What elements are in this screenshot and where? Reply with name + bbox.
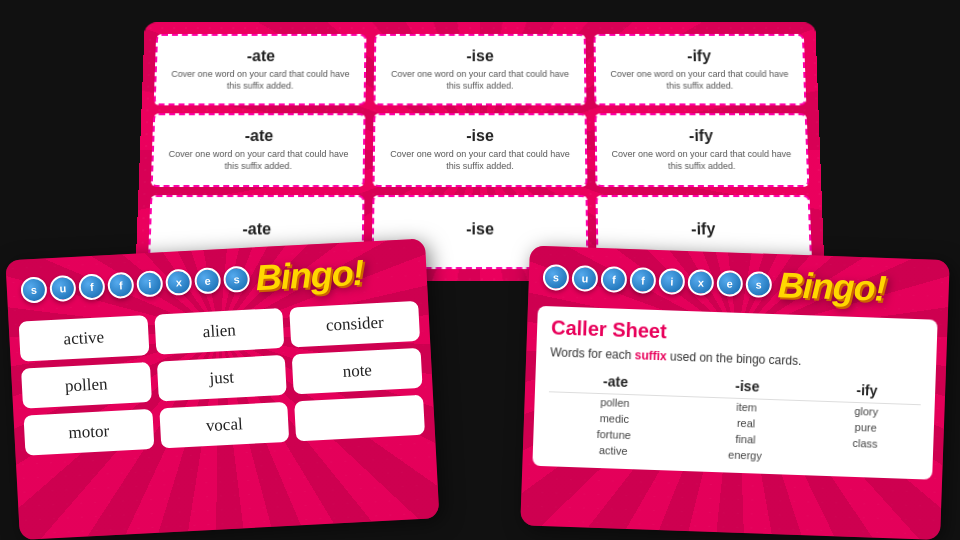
caller-card-2: -ise Cover one word on your card that co… — [374, 34, 586, 106]
caller-ball-f2: f — [629, 267, 656, 294]
top-caller-cards: -ate Cover one word on your card that co… — [135, 22, 825, 281]
bingo-cell-8 — [294, 395, 425, 442]
caller-bingo-title: Bingo! — [777, 264, 886, 310]
caller-card-6: -ify Cover one word on your card that co… — [594, 114, 809, 187]
letter-ball-x: x — [165, 269, 192, 296]
caller-letter-balls: s u f f i x e s — [542, 264, 772, 298]
caller-cell-ify-3 — [810, 449, 919, 469]
letter-ball-s2: s — [223, 266, 250, 293]
caller-cell-ate-3: active — [547, 440, 680, 461]
caller-card-4: -ate Cover one word on your card that co… — [151, 114, 366, 187]
bingo-player-card: s u f f i x e s Bingo! active alien cons… — [5, 238, 439, 540]
col-header-ify: -ify — [812, 376, 921, 404]
bingo-cell-5: note — [292, 348, 423, 395]
bingo-cell-6: motor — [23, 409, 154, 456]
caller-sheet: s u f f i x e s Bingo! Caller Sheet Word… — [520, 246, 950, 540]
bingo-cell-0: active — [19, 315, 150, 362]
letter-ball-u: u — [49, 275, 76, 302]
caller-ball-i: i — [658, 268, 685, 295]
caller-cell-ise-3: energy — [679, 445, 810, 466]
bingo-cell-1: alien — [154, 308, 285, 355]
caller-ball-f1: f — [600, 266, 627, 293]
bingo-cell-4: just — [157, 355, 288, 402]
letter-ball-i: i — [136, 270, 163, 297]
caller-ball-x: x — [687, 269, 714, 296]
bingo-cell-7: vocal — [159, 402, 290, 449]
caller-ball-u: u — [571, 265, 598, 292]
small-card-grid: -ate Cover one word on your card that co… — [148, 34, 813, 269]
letter-ball-f2: f — [107, 272, 134, 299]
caller-ball-s: s — [542, 264, 569, 291]
bingo-title: Bingo! — [255, 252, 365, 300]
bingo-cell-3: pollen — [21, 362, 152, 409]
caller-card-3: -ify Cover one word on your card that co… — [593, 34, 806, 106]
letter-ball-f1: f — [78, 273, 105, 300]
letter-balls: s u f f i x e s — [20, 266, 250, 304]
caller-body: Caller Sheet Words for each suffix used … — [532, 306, 937, 480]
bingo-cell-2: consider — [290, 301, 421, 348]
scene: -ate Cover one word on your card that co… — [0, 0, 960, 540]
caller-card-1: -ate Cover one word on your card that co… — [154, 34, 367, 106]
letter-ball-e: e — [194, 267, 221, 294]
caller-ball-s2: s — [745, 271, 772, 298]
bingo-grid: active alien consider pollen just note m… — [19, 301, 425, 456]
letter-ball-s: s — [20, 276, 47, 303]
caller-table: -ate -ise -ify pollenitemglorymedicrealp… — [547, 367, 922, 469]
caller-card-5: -ise Cover one word on your card that co… — [373, 114, 587, 187]
caller-ball-e: e — [716, 270, 743, 297]
